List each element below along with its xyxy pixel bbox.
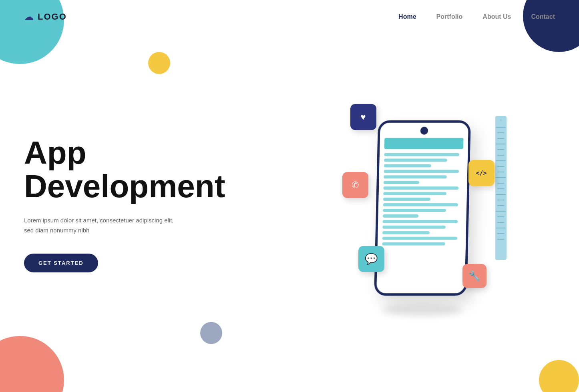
ruler-mark [497, 166, 504, 167]
ruler-mark [497, 216, 504, 217]
code-line [382, 231, 429, 234]
nav-portfolio[interactable]: Portfolio [436, 13, 463, 20]
chat-symbol: 💬 [365, 253, 378, 265]
code-symbol: </> [476, 169, 487, 177]
phone-symbol: ✆ [352, 180, 359, 190]
ruler-mark [497, 205, 504, 206]
ruler-mark [497, 183, 504, 184]
hero-left: App Development Lorem ipsum dolor sit am… [24, 120, 290, 272]
code-line [384, 164, 431, 167]
phone-screen [377, 135, 468, 251]
hero-title: App Development [24, 136, 290, 203]
wrench-icon-badge: 🔧 [462, 264, 487, 288]
heart-symbol: ♥ [360, 112, 366, 122]
ruler-mark [496, 177, 506, 178]
ruler-mark [497, 155, 504, 156]
logo-text: LOGO [38, 12, 67, 22]
ruler-mark [497, 239, 504, 240]
code-line [383, 198, 430, 201]
code-line [383, 192, 446, 195]
phone-notch [420, 127, 428, 135]
heart-icon-badge: ♥ [350, 104, 376, 130]
code-line [382, 214, 418, 218]
code-line [384, 153, 459, 156]
cloud-icon: ☁ [24, 11, 34, 22]
phone-device [374, 120, 471, 296]
ruler-mark [497, 222, 504, 223]
hero-right: ♥ ✆ 💬 </> 🔧 [290, 0, 555, 392]
code-line [382, 242, 445, 246]
phone-shadow [382, 304, 462, 316]
nav-about[interactable]: About Us [482, 13, 511, 20]
code-line [383, 203, 458, 206]
ruler-mark [497, 200, 504, 200]
ruler-mark [497, 149, 504, 150]
hero-subtitle: Lorem ipsum dolor sit amet, consectetuer… [24, 215, 176, 236]
code-line [383, 181, 419, 184]
ruler-mark [497, 132, 504, 133]
code-line [382, 237, 457, 240]
ruler-mark [496, 194, 506, 195]
nav-home[interactable]: Home [398, 13, 416, 20]
ruler-mark [497, 188, 504, 189]
hero-section: App Development Lorem ipsum dolor sit am… [0, 0, 579, 392]
ruler-mark [497, 172, 504, 172]
code-line [382, 226, 446, 229]
phone-illustration: ♥ ✆ 💬 </> 🔧 [338, 92, 507, 324]
navbar: ☁ LOGO Home Portfolio About Us Contact [0, 0, 579, 34]
code-line [384, 170, 458, 173]
logo-area: ☁ LOGO [24, 11, 67, 22]
ruler-mark [496, 144, 506, 144]
ruler-mark [496, 211, 506, 212]
nav-contact[interactable]: Contact [531, 13, 555, 20]
phone-icon-badge: ✆ [342, 172, 368, 198]
wrench-symbol: 🔧 [468, 270, 480, 282]
get-started-button[interactable]: GET STARTED [24, 254, 98, 272]
code-line [384, 158, 447, 162]
ruler-mark [496, 160, 506, 161]
ruler-mark [496, 228, 506, 228]
code-icon-badge: </> [468, 160, 495, 186]
code-line [384, 175, 447, 178]
ruler-mark [497, 138, 504, 139]
ruler-mark [496, 127, 506, 128]
screen-header [384, 138, 463, 149]
ruler-mark [497, 233, 504, 234]
code-line [383, 186, 458, 190]
chat-icon-badge: 💬 [358, 246, 384, 272]
code-line [382, 220, 457, 223]
code-line [383, 209, 446, 212]
nav-links: Home Portfolio About Us Contact [398, 13, 555, 20]
ruler-decoration [495, 116, 507, 260]
